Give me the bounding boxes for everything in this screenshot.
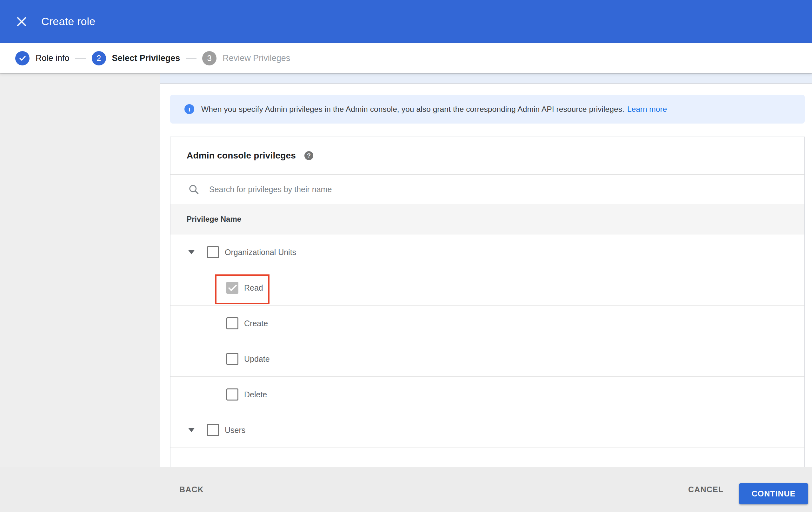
left-rail: [0, 73, 160, 467]
help-icon[interactable]: ?: [304, 151, 313, 160]
cancel-button[interactable]: CANCEL: [688, 485, 723, 494]
close-icon[interactable]: [9, 9, 34, 34]
collapse-caret-icon[interactable]: [188, 428, 195, 432]
main-pane: i When you specify Admin privileges in t…: [160, 73, 812, 467]
privilege-label[interactable]: Delete: [244, 390, 267, 399]
continue-button[interactable]: CONTINUE: [739, 483, 808, 504]
privilege-name-column-header: Privilege Name: [187, 215, 241, 224]
step-complete-check-icon: [15, 51, 30, 65]
step-label: Role info: [35, 53, 69, 63]
privilege-row-organizational-units: Organizational Units: [171, 235, 804, 270]
stepper: Role info 2 Select Privileges 3 Review P…: [0, 43, 812, 73]
update-checkbox[interactable]: [226, 353, 238, 365]
step-label: Review Privileges: [223, 53, 290, 63]
learn-more-link[interactable]: Learn more: [627, 105, 667, 114]
read-checkbox[interactable]: [226, 282, 238, 294]
delete-checkbox[interactable]: [226, 388, 238, 401]
page-title: Create role: [41, 15, 95, 28]
info-banner-text: When you specify Admin privileges in the…: [201, 105, 625, 114]
step-connector: [75, 58, 86, 59]
privilege-row-create: Create: [171, 305, 804, 341]
privilege-row-read: Read: [171, 270, 804, 305]
step-label: Select Privileges: [112, 53, 180, 63]
collapse-caret-icon[interactable]: [188, 250, 195, 254]
content-area: i When you specify Admin privileges in t…: [0, 73, 812, 467]
step-connector: [186, 58, 197, 59]
privilege-label[interactable]: Organizational Units: [225, 247, 296, 257]
privilege-row-update: Update: [171, 341, 804, 377]
step-select-privileges[interactable]: 2 Select Privileges: [92, 51, 180, 65]
search-icon: [188, 184, 199, 195]
organizational-units-checkbox[interactable]: [207, 246, 219, 258]
privilege-search-row: [171, 175, 804, 204]
privilege-label[interactable]: Create: [244, 319, 268, 328]
step-number-badge: 2: [92, 51, 106, 65]
info-banner: i When you specify Admin privileges in t…: [170, 95, 805, 124]
footer-bar: BACK CANCEL CONTINUE: [0, 467, 812, 512]
admin-console-privileges-panel: Admin console privileges ? Privilege Nam…: [170, 137, 805, 502]
info-icon: i: [184, 104, 194, 114]
panel-header: Admin console privileges ?: [171, 137, 804, 175]
search-input[interactable]: [209, 185, 685, 194]
panel-title: Admin console privileges: [187, 151, 296, 161]
dialog-header: Create role: [0, 0, 812, 43]
step-number-badge: 3: [202, 51, 216, 65]
step-role-info[interactable]: Role info: [15, 51, 69, 65]
step-review-privileges[interactable]: 3 Review Privileges: [202, 51, 290, 65]
privilege-label[interactable]: Users: [225, 425, 245, 434]
privilege-label[interactable]: Update: [244, 354, 270, 363]
create-checkbox[interactable]: [226, 317, 238, 329]
privilege-label[interactable]: Read: [244, 283, 263, 292]
users-checkbox[interactable]: [207, 424, 219, 436]
scrolled-element-edge: [160, 73, 812, 84]
privilege-row-users: Users: [171, 412, 804, 448]
table-header-row: Privilege Name: [171, 204, 804, 235]
privilege-row-delete: Delete: [171, 377, 804, 412]
back-button[interactable]: BACK: [179, 485, 204, 494]
